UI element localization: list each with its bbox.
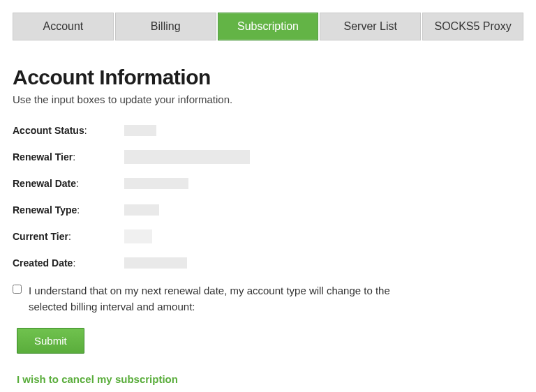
cancel-subscription-link[interactable]: I wish to cancel my subscription bbox=[17, 373, 178, 385]
consent-text: I understand that on my next renewal dat… bbox=[29, 282, 417, 315]
page-title: Account Information bbox=[13, 66, 523, 89]
field-renewal-tier: Renewal Tier: bbox=[13, 149, 523, 165]
field-account-status: Account Status: bbox=[13, 122, 523, 139]
label-account-status: Account Status bbox=[13, 125, 84, 136]
tab-subscription[interactable]: Subscription bbox=[218, 13, 319, 40]
label-renewal-type: Renewal Type bbox=[13, 204, 77, 216]
tab-bar: Account Billing Subscription Server List… bbox=[13, 13, 523, 40]
label-current-tier: Current Tier bbox=[13, 231, 68, 242]
field-renewal-type: Renewal Type: bbox=[13, 202, 523, 218]
value-renewal-tier bbox=[124, 150, 250, 164]
value-created-date bbox=[124, 257, 187, 269]
label-created-date: Created Date bbox=[13, 257, 73, 269]
label-renewal-date: Renewal Date bbox=[13, 178, 76, 189]
page-subtitle: Use the input boxes to update your infor… bbox=[13, 93, 523, 105]
tab-server-list[interactable]: Server List bbox=[320, 13, 421, 40]
tab-billing[interactable]: Billing bbox=[115, 13, 216, 40]
value-renewal-type bbox=[124, 204, 159, 216]
tab-account[interactable]: Account bbox=[13, 13, 114, 40]
value-account-status bbox=[124, 125, 156, 136]
tab-socks5-proxy[interactable]: SOCKS5 Proxy bbox=[422, 13, 523, 40]
field-current-tier: Current Tier: bbox=[13, 228, 523, 245]
field-renewal-date: Renewal Date: bbox=[13, 175, 523, 192]
value-renewal-date bbox=[124, 178, 188, 189]
consent-checkbox[interactable] bbox=[13, 284, 22, 294]
value-current-tier bbox=[124, 229, 152, 243]
submit-button[interactable]: Submit bbox=[17, 328, 84, 354]
field-created-date: Created Date: bbox=[13, 255, 523, 271]
label-renewal-tier: Renewal Tier bbox=[13, 151, 73, 163]
